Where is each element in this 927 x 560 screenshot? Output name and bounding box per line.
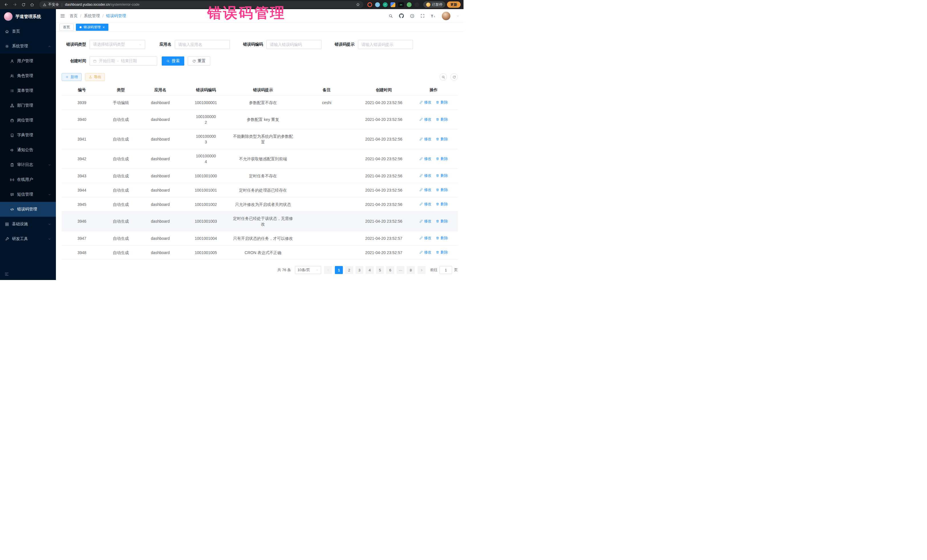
sidebar-item-menus[interactable]: 菜单管理 — [0, 83, 56, 98]
select-placeholder: 请选择错误码类型 — [93, 42, 125, 47]
cell-actions: 修改 删除 — [410, 183, 458, 197]
edit-button[interactable]: 修改 — [419, 173, 431, 179]
reset-button[interactable]: 重置 — [188, 56, 210, 65]
home-browser-icon[interactable] — [29, 1, 35, 8]
chevron-down-icon[interactable] — [456, 15, 459, 17]
sidebar-item-system[interactable]: 系统管理 — [0, 39, 56, 54]
sidebar-item-posts[interactable]: 岗位管理 — [0, 113, 56, 128]
app-name-input[interactable] — [178, 42, 226, 47]
extension-badge-on[interactable]: on — [398, 2, 404, 7]
sidebar-item-roles[interactable]: 角色管理 — [0, 68, 56, 83]
filter-label: 创建时间 — [62, 58, 86, 64]
delete-button[interactable]: 删除 — [436, 136, 448, 142]
delete-button[interactable]: 删除 — [436, 100, 448, 105]
delete-button[interactable]: 删除 — [436, 173, 448, 179]
export-button[interactable]: 导出 — [85, 73, 105, 81]
sidebar-item-users[interactable]: 用户管理 — [0, 54, 56, 68]
date-range-picker[interactable]: 开始日期 - 结束日期 — [90, 56, 157, 65]
page-button[interactable]: 1 — [335, 266, 343, 274]
sidebar-item-departments[interactable]: 部门管理 — [0, 98, 56, 113]
tab-error-code[interactable]: 错误码管理 × — [76, 24, 108, 31]
profile-paused-chip[interactable]: 已暂停 — [423, 2, 445, 8]
error-type-select[interactable]: 请选择错误码类型 — [90, 40, 145, 49]
delete-button[interactable]: 删除 — [436, 117, 448, 122]
extension-icon[interactable]: ✓ — [383, 2, 388, 7]
page-button[interactable]: 4 — [366, 266, 374, 274]
menu-fold-icon[interactable] — [60, 14, 65, 18]
page-button[interactable]: ··· — [397, 266, 404, 274]
table-refresh-icon[interactable] — [450, 73, 458, 81]
address-bar[interactable]: 不安全 | dashboard.yudao.iocoder.cn/system/… — [40, 1, 363, 8]
edit-button[interactable]: 修改 — [419, 235, 431, 241]
page-button[interactable]: 3 — [356, 266, 363, 274]
fullscreen-icon[interactable] — [421, 14, 425, 18]
extension-icon[interactable] — [375, 2, 380, 7]
delete-button[interactable]: 删除 — [436, 187, 448, 193]
puzzle-icon[interactable] — [415, 2, 419, 7]
page-size-select[interactable]: 10条/页 — [295, 266, 321, 274]
back-icon[interactable] — [3, 1, 10, 8]
sidebar-item-online-users[interactable]: 在线用户 — [0, 172, 56, 187]
forward-icon[interactable] — [11, 1, 18, 8]
goto-page-input[interactable] — [439, 266, 452, 274]
help-icon[interactable]: ? — [410, 14, 415, 18]
security-label[interactable]: 不安全 — [48, 2, 59, 7]
sidebar-item-dictionary[interactable]: 字典管理 — [0, 128, 56, 143]
prev-page-button[interactable] — [324, 266, 332, 274]
sidebar-item-home[interactable]: 首页 — [0, 24, 56, 39]
edit-button[interactable]: 修改 — [419, 249, 431, 255]
user-avatar[interactable] — [442, 12, 450, 20]
sidebar-item-error-code[interactable]: 错误码管理 — [0, 202, 56, 217]
github-icon[interactable] — [399, 14, 404, 18]
delete-button[interactable]: 删除 — [436, 235, 448, 241]
extension-icon[interactable] — [407, 2, 412, 7]
extension-icon[interactable] — [391, 2, 395, 7]
table-row: 3943 自动生成 dashboard 1001001000 定时任务不存在 2… — [62, 169, 458, 183]
add-button[interactable]: 新增 — [62, 73, 82, 81]
sidebar-item-sms[interactable]: 短信管理 — [0, 187, 56, 202]
font-size-icon[interactable]: TT — [431, 14, 436, 18]
next-page-button[interactable] — [418, 266, 426, 274]
search-icon[interactable] — [389, 14, 393, 18]
delete-button[interactable]: 删除 — [436, 249, 448, 255]
breadcrumb-current[interactable]: 错误码管理 — [106, 14, 126, 18]
edit-button[interactable]: 修改 — [419, 156, 431, 162]
cell-code: 1001000001 — [181, 96, 231, 110]
error-code-input[interactable] — [270, 42, 318, 47]
edit-button[interactable]: 修改 — [419, 117, 431, 122]
reload-icon[interactable] — [20, 1, 27, 8]
search-button[interactable]: 搜索 — [162, 56, 184, 65]
sidebar-item-label: 短信管理 — [17, 192, 33, 197]
extension-icon[interactable] — [368, 2, 372, 7]
delete-button[interactable]: 删除 — [436, 201, 448, 207]
page-button[interactable]: 6 — [386, 266, 394, 274]
page-button[interactable]: 5 — [376, 266, 384, 274]
edit-button[interactable]: 修改 — [419, 187, 431, 193]
sidebar-item-dev-tools[interactable]: 研发工具 — [0, 232, 56, 246]
sidebar-item-infrastructure[interactable]: 基础设施 — [0, 217, 56, 232]
error-hint-input[interactable] — [362, 42, 410, 47]
tab-close-icon[interactable]: × — [103, 26, 105, 29]
edit-button[interactable]: 修改 — [419, 136, 431, 142]
breadcrumb-home[interactable]: 首页 — [70, 14, 78, 18]
bookmark-star-icon[interactable] — [356, 3, 360, 6]
delete-button[interactable]: 删除 — [436, 156, 448, 162]
sidebar-collapse-trigger[interactable] — [0, 268, 56, 280]
app-logo[interactable]: 芋道管理系统 — [0, 9, 56, 24]
sidebar-item-notices[interactable]: 通知公告 — [0, 143, 56, 157]
filter-label: 应用名 — [154, 42, 172, 47]
table-tools — [439, 73, 458, 81]
delete-button[interactable]: 删除 — [436, 219, 448, 224]
column-header: 编号 — [62, 85, 102, 96]
table-search-toggle-icon[interactable] — [439, 73, 447, 81]
browser-update-button[interactable]: 更新 — [447, 2, 460, 8]
page-button[interactable]: 8 — [407, 266, 415, 274]
edit-button[interactable]: 修改 — [419, 219, 431, 224]
sidebar-item-label: 系统管理 — [12, 44, 28, 49]
edit-button[interactable]: 修改 — [419, 201, 431, 207]
tab-home[interactable]: 首页 — [59, 24, 74, 31]
page-button[interactable]: 2 — [345, 266, 353, 274]
breadcrumb-system[interactable]: 系统管理 — [84, 14, 100, 18]
edit-button[interactable]: 修改 — [419, 100, 431, 105]
sidebar-item-audit-log[interactable]: 审计日志 — [0, 157, 56, 172]
